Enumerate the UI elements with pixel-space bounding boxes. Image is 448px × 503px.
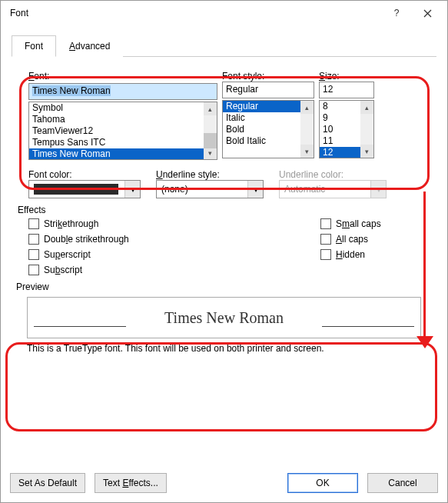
- scroll-up-icon[interactable]: ▴: [360, 101, 373, 114]
- close-button[interactable]: [412, 2, 443, 24]
- help-button[interactable]: ?: [381, 2, 412, 24]
- checkbox-icon: [320, 218, 331, 229]
- font-color-label: Font color:: [28, 169, 141, 180]
- chevron-down-icon[interactable]: ▾: [247, 181, 263, 198]
- btn-label: OK: [316, 478, 329, 488]
- underline-color-label: Underline color:: [279, 169, 387, 180]
- chk-label: Hidden: [336, 249, 365, 260]
- ok-button[interactable]: OK: [287, 473, 358, 493]
- underline-style-value: (none): [157, 184, 247, 195]
- underline-style-dropdown[interactable]: (none) ▾: [156, 180, 264, 198]
- style-listbox[interactable]: Regular Italic Bold Bold Italic ▴ ▾: [222, 100, 314, 158]
- color-swatch: [34, 184, 118, 195]
- underline-style-label: Underline style:: [156, 169, 264, 180]
- chk-label: Small caps: [336, 218, 381, 229]
- style-input[interactable]: Regular: [222, 82, 314, 98]
- tab-advanced-label: dvanced: [75, 41, 110, 52]
- checkbox-icon: [28, 265, 39, 275]
- size-listbox[interactable]: 8 9 10 11 12 ▴ ▾: [319, 100, 374, 158]
- list-item[interactable]: TeamViewer12: [29, 125, 217, 137]
- checkbox-icon: [28, 218, 39, 229]
- tab-advanced-accel: A: [69, 41, 75, 52]
- chk-superscript[interactable]: Superscript: [28, 249, 320, 260]
- scrollbar[interactable]: ▴ ▾: [300, 101, 314, 158]
- underline-color-value: Automatic: [280, 184, 370, 195]
- button-bar: Set As Default Text Effects... OK Cancel: [10, 473, 438, 493]
- scroll-up-icon[interactable]: ▴: [204, 102, 217, 115]
- tabpage-font: Font: Times New Roman Symbol Tahoma Team…: [12, 57, 436, 361]
- close-icon: [423, 9, 432, 18]
- checkbox-icon: [320, 234, 331, 245]
- font-input[interactable]: Times New Roman: [28, 83, 217, 100]
- scrollbar[interactable]: ▴ ▾: [204, 102, 217, 159]
- list-item[interactable]: Symbol: [29, 102, 217, 114]
- chk-label: Subscript: [44, 265, 82, 275]
- btn-label: Text Effects...: [103, 478, 158, 488]
- window-title: Font: [10, 8, 381, 18]
- list-item[interactable]: Tempus Sans ITC: [29, 137, 217, 148]
- chk-label: Double strikethrough: [44, 234, 129, 245]
- chk-label: All caps: [336, 234, 368, 245]
- preview-baseline: [322, 326, 414, 327]
- font-label: Font:: [28, 71, 217, 82]
- preview-sample-text: Times New Roman: [164, 309, 284, 327]
- tab-font-label: Font: [25, 41, 43, 52]
- checkbox-icon: [28, 234, 39, 245]
- tab-advanced[interactable]: Advanced: [56, 35, 123, 57]
- size-label: Size:: [319, 71, 374, 82]
- style-input-value: Regular: [226, 84, 258, 95]
- chk-label: Strikethrough: [44, 218, 98, 229]
- scroll-thumb[interactable]: [204, 133, 217, 148]
- btn-label: Set As Default: [18, 478, 77, 488]
- scroll-up-icon[interactable]: ▴: [300, 101, 314, 114]
- checkbox-icon: [28, 249, 39, 260]
- style-label: Font style:: [222, 71, 314, 82]
- preview-baseline: [34, 326, 126, 327]
- chk-subscript[interactable]: Subscript: [28, 265, 320, 275]
- set-default-button[interactable]: Set As Default: [10, 473, 85, 493]
- list-item[interactable]: Times New Roman: [29, 148, 217, 160]
- tab-strip: Font Advanced: [12, 35, 436, 57]
- size-input-value: 12: [323, 84, 333, 95]
- chk-strikethrough[interactable]: Strikethrough: [28, 218, 320, 229]
- list-item[interactable]: Tahoma: [29, 114, 217, 125]
- btn-label: Cancel: [388, 478, 416, 488]
- preview-label: Preview: [16, 277, 432, 294]
- cancel-button[interactable]: Cancel: [367, 473, 438, 493]
- chevron-down-icon: ▾: [370, 181, 386, 198]
- chevron-down-icon[interactable]: ▾: [124, 181, 140, 198]
- titlebar: Font ?: [1, 1, 447, 25]
- preview-description: This is a TrueType font. This font will …: [16, 340, 432, 357]
- chk-small-caps[interactable]: Small caps: [320, 218, 381, 229]
- size-input[interactable]: 12: [319, 82, 374, 98]
- effects-label: Effects: [16, 200, 432, 217]
- font-color-dropdown[interactable]: ▾: [28, 180, 141, 198]
- preview-box: Times New Roman: [27, 297, 421, 338]
- font-listbox[interactable]: Symbol Tahoma TeamViewer12 Tempus Sans I…: [28, 102, 217, 160]
- checkbox-icon: [320, 249, 331, 260]
- font-input-value: Times New Roman: [32, 85, 111, 96]
- chk-double-strikethrough[interactable]: Double strikethrough: [28, 234, 320, 245]
- text-effects-button[interactable]: Text Effects...: [95, 473, 167, 493]
- font-dialog: Font ? Font Advanced Font: Times New Rom…: [0, 0, 448, 503]
- chk-hidden[interactable]: Hidden: [320, 249, 381, 260]
- chk-label: Superscript: [44, 249, 91, 260]
- underline-color-dropdown: Automatic ▾: [279, 180, 387, 198]
- scroll-down-icon[interactable]: ▾: [360, 145, 373, 158]
- scrollbar[interactable]: ▴ ▾: [360, 101, 373, 158]
- tab-font[interactable]: Font: [12, 35, 56, 57]
- scroll-down-icon[interactable]: ▾: [300, 145, 314, 158]
- chk-all-caps[interactable]: All caps: [320, 234, 381, 245]
